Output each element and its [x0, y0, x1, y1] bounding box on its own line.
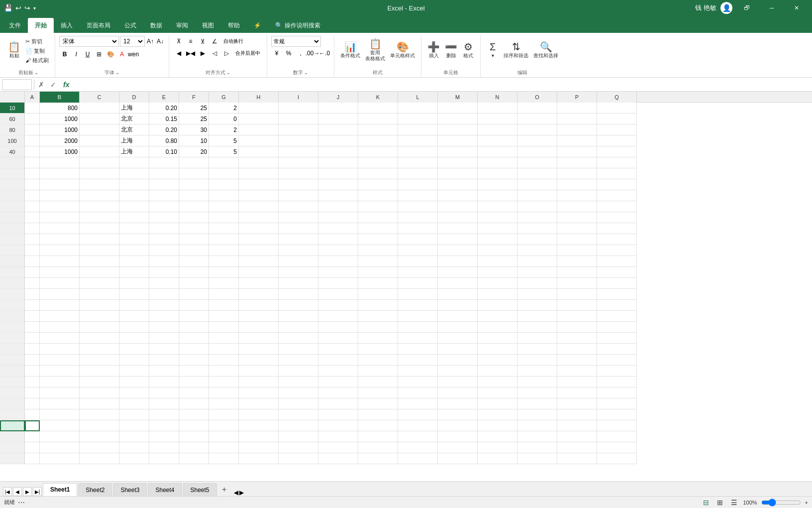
cell-o-empty-28[interactable]	[517, 453, 557, 464]
cell-d-empty-9[interactable]	[119, 245, 149, 256]
formula-fx-icon[interactable]: fx	[60, 81, 72, 89]
cell-d-empty-4[interactable]	[119, 190, 149, 201]
cell-f2[interactable]: 25	[179, 114, 209, 125]
close-button[interactable]: ✕	[785, 0, 808, 16]
cell-g-empty-8[interactable]	[209, 234, 239, 245]
cell-a-empty-10[interactable]	[25, 256, 40, 267]
cell-b-empty-4[interactable]	[40, 190, 80, 201]
cell-k5[interactable]	[358, 146, 398, 157]
cell-k2[interactable]	[358, 114, 398, 125]
cell-m-empty-9[interactable]	[438, 245, 478, 256]
cell-f-empty-24[interactable]	[179, 409, 209, 420]
cell-o-empty-14[interactable]	[517, 300, 557, 311]
cell-m-empty-4[interactable]	[438, 190, 478, 201]
cell-f-empty-14[interactable]	[179, 300, 209, 311]
cell-j-empty-15[interactable]	[318, 311, 358, 322]
sheet-tab-sheet3[interactable]: Sheet3	[113, 483, 147, 496]
cell-d-empty-25[interactable]	[119, 420, 149, 431]
cell-o-empty-20[interactable]	[517, 366, 557, 377]
tab-lightning[interactable]: ⚡	[247, 18, 268, 33]
cell-n1[interactable]	[478, 103, 517, 114]
cell-f-empty-13[interactable]	[179, 289, 209, 300]
row-num-empty-6[interactable]	[0, 212, 25, 223]
border-button[interactable]: ⊞	[94, 49, 104, 60]
cell-d3[interactable]: 北京	[119, 125, 149, 135]
cell-b-empty-20[interactable]	[40, 366, 80, 377]
cell-d-empty-12[interactable]	[119, 278, 149, 289]
restore-button[interactable]: 🗗	[735, 0, 758, 16]
cell-e-empty-13[interactable]	[149, 289, 179, 300]
cell-g-empty-25[interactable]	[209, 420, 239, 431]
cell-q-empty-27[interactable]	[597, 442, 637, 453]
cell-n5[interactable]	[478, 146, 517, 157]
cell-c-empty-20[interactable]	[80, 366, 119, 377]
cell-l-empty-15[interactable]	[398, 311, 438, 322]
cell-b5[interactable]: 1000	[40, 146, 80, 157]
cell-n-empty-6[interactable]	[478, 212, 517, 223]
col-header-q[interactable]: Q	[597, 92, 637, 103]
cell-e-empty-8[interactable]	[149, 234, 179, 245]
cell-j-empty-19[interactable]	[318, 355, 358, 366]
cell-g-empty-1[interactable]	[209, 157, 239, 168]
col-header-o[interactable]: O	[517, 92, 557, 103]
cell-i5[interactable]	[279, 146, 318, 157]
cell-m-empty-20[interactable]	[438, 366, 478, 377]
cell-p4[interactable]	[557, 135, 597, 146]
cell-g-empty-27[interactable]	[209, 442, 239, 453]
cell-f-empty-26[interactable]	[179, 431, 209, 442]
cell-d-empty-2[interactable]	[119, 168, 149, 179]
cell-m-empty-19[interactable]	[438, 355, 478, 366]
row-num-empty-28[interactable]	[0, 453, 25, 464]
cell-p-empty-2[interactable]	[557, 168, 597, 179]
scroll-left-icon[interactable]: ◀	[234, 489, 238, 496]
cell-h1[interactable]	[239, 103, 279, 114]
conditional-format-button[interactable]: 📊 条件格式	[338, 36, 362, 65]
row-num-empty-12[interactable]	[0, 278, 25, 289]
cell-c-empty-14[interactable]	[80, 300, 119, 311]
cell-g2[interactable]: 0	[209, 114, 239, 125]
cell-p1[interactable]	[557, 103, 597, 114]
indent-increase-button[interactable]: ▷	[221, 48, 232, 59]
cell-d-empty-16[interactable]	[119, 322, 149, 333]
cell-o-empty-27[interactable]	[517, 442, 557, 453]
cell-a-empty-17[interactable]	[25, 333, 40, 344]
cell-h-empty-23[interactable]	[239, 398, 279, 409]
cell-a-empty-7[interactable]	[25, 223, 40, 234]
cell-e3[interactable]: 0.20	[149, 125, 179, 135]
cell-h-empty-24[interactable]	[239, 409, 279, 420]
cell-j-empty-3[interactable]	[318, 179, 358, 190]
cell-b1[interactable]: 800	[40, 103, 80, 114]
cell-c-empty-1[interactable]	[80, 157, 119, 168]
cell-p-empty-14[interactable]	[557, 300, 597, 311]
col-header-d[interactable]: D	[119, 92, 149, 103]
col-header-n[interactable]: N	[478, 92, 517, 103]
cell-e-empty-14[interactable]	[149, 300, 179, 311]
cell-p-empty-4[interactable]	[557, 190, 597, 201]
cell-m-empty-17[interactable]	[438, 333, 478, 344]
cell-h-empty-21[interactable]	[239, 377, 279, 387]
cell-e-empty-9[interactable]	[149, 245, 179, 256]
row-num-empty-23[interactable]	[0, 398, 25, 409]
cell-k-empty-4[interactable]	[358, 190, 398, 201]
cell-a-empty-20[interactable]	[25, 366, 40, 377]
cell-b-empty-22[interactable]	[40, 387, 80, 398]
cell-b-empty-15[interactable]	[40, 311, 80, 322]
cell-f-empty-8[interactable]	[179, 234, 209, 245]
cell-a3[interactable]	[25, 125, 40, 135]
cell-h-empty-17[interactable]	[239, 333, 279, 344]
cell-m-empty-5[interactable]	[438, 201, 478, 212]
cell-p-empty-7[interactable]	[557, 223, 597, 234]
cell-c-empty-6[interactable]	[80, 212, 119, 223]
cell-o-empty-24[interactable]	[517, 409, 557, 420]
cell-g-empty-13[interactable]	[209, 289, 239, 300]
undo-icon[interactable]: ↩	[15, 4, 21, 12]
cell-f-empty-16[interactable]	[179, 322, 209, 333]
cell-l-empty-10[interactable]	[398, 256, 438, 267]
cell-l-empty-2[interactable]	[398, 168, 438, 179]
sheet-nav-last[interactable]: ▶|	[33, 487, 42, 496]
cell-i-empty-10[interactable]	[279, 256, 318, 267]
row-num-empty-15[interactable]	[0, 311, 25, 322]
cell-h-empty-5[interactable]	[239, 201, 279, 212]
cell-j2[interactable]	[318, 114, 358, 125]
cell-i-empty-14[interactable]	[279, 300, 318, 311]
